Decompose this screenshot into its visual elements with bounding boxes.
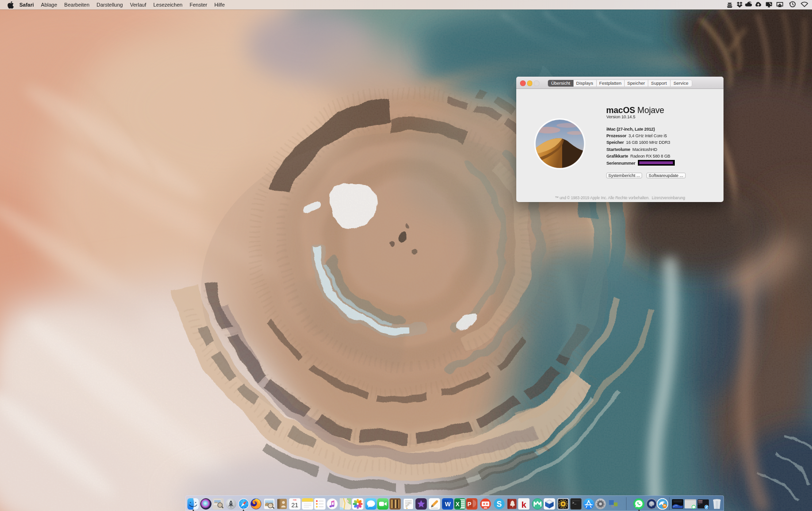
svg-text:>_: >_ (572, 501, 577, 505)
svg-text:k: k (521, 500, 527, 510)
svg-text:W: W (445, 501, 451, 508)
svg-text:P: P (468, 501, 471, 508)
svg-text:MAI: MAI (293, 499, 296, 501)
svg-text:S: S (496, 500, 502, 508)
svg-text:X: X (456, 501, 460, 508)
svg-text:21: 21 (291, 502, 298, 509)
